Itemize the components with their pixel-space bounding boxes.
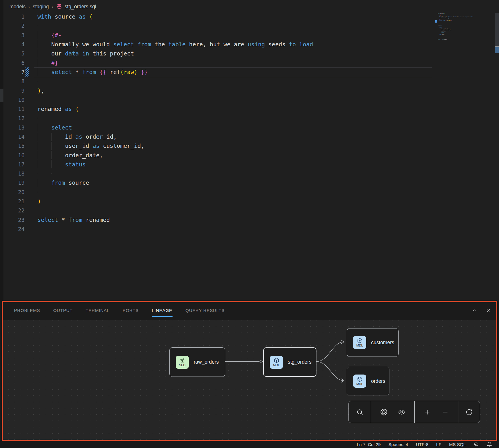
badge-label: MDL: [356, 344, 363, 347]
search-button[interactable]: [355, 407, 365, 417]
seed-badge: SED: [176, 356, 189, 369]
code-line[interactable]: 13 select: [3, 123, 433, 132]
code-line[interactable]: 12: [3, 114, 433, 123]
code-text: from source: [37, 179, 89, 186]
code-line[interactable]: 6 #}: [3, 58, 433, 67]
bell-icon[interactable]: [487, 442, 492, 447]
code-text: {#-: [37, 32, 62, 39]
code-line[interactable]: 20: [3, 188, 433, 197]
tab-problems[interactable]: PROBLEMS: [14, 301, 40, 320]
code-line[interactable]: 3 {#-: [3, 31, 433, 40]
side-handle[interactable]: [0, 89, 3, 102]
code-line[interactable]: 15 user_id as customer_id,: [3, 141, 433, 150]
editor: models › staging › stg_orders.sql 1with …: [3, 0, 499, 301]
lineage-node-customers[interactable]: MDL customers: [347, 328, 399, 357]
code-text: select * from renamed: [37, 216, 110, 223]
zoom-in-button[interactable]: [422, 407, 433, 417]
gutter-spacer: [25, 169, 29, 178]
code-area[interactable]: 1with source as (23 {#-4 Normally we wou…: [3, 12, 433, 234]
code-text: id as order_id,: [37, 133, 117, 140]
code-line[interactable]: 8: [3, 77, 433, 86]
code-line[interactable]: 7 select * from {{ ref(raw) }}: [3, 67, 433, 77]
tab-terminal[interactable]: TERMINAL: [86, 301, 109, 320]
chevron-up-icon[interactable]: [472, 308, 477, 313]
aperture-icon: [380, 409, 387, 416]
code-text: select * from {{ ref(raw) }}: [37, 69, 148, 75]
code-line[interactable]: 14 id as order_id,: [3, 132, 433, 141]
gutter-spacer: [25, 31, 29, 40]
tab-output[interactable]: OUTPUT: [53, 301, 72, 320]
line-number: 14: [3, 134, 25, 140]
code-line[interactable]: 1with source as (: [3, 12, 433, 21]
breadcrumb-item-staging[interactable]: staging: [33, 4, 49, 10]
code-line[interactable]: 2: [3, 21, 433, 30]
gutter-spacer: [25, 123, 29, 132]
gutter-spacer: [25, 178, 29, 187]
minimap[interactable]: with source as ( {#- Normally we would s…: [438, 13, 489, 44]
zoom-out-button[interactable]: [440, 407, 451, 417]
model-icon: [357, 338, 363, 343]
gutter-spacer: [25, 95, 29, 104]
code-line[interactable]: 9),: [3, 86, 433, 95]
line-number: 8: [3, 78, 25, 84]
eol[interactable]: LF: [436, 442, 441, 447]
tab-lineage[interactable]: LINEAGE: [152, 301, 172, 320]
visibility-button[interactable]: [397, 407, 407, 417]
code-line[interactable]: 23select * from renamed: [3, 215, 433, 224]
code-line[interactable]: 5 our data in this project: [3, 49, 433, 58]
indent-guide: [52, 173, 52, 174]
code-line[interactable]: 16 order_date,: [3, 150, 433, 160]
code-line[interactable]: 21): [3, 197, 433, 206]
lineage-node-orders[interactable]: MDL orders: [347, 367, 389, 395]
breadcrumb-item-models[interactable]: models: [9, 4, 25, 10]
line-number: 1: [3, 13, 25, 20]
language-mode[interactable]: MS SQL: [449, 442, 466, 447]
code-line[interactable]: 22: [3, 206, 433, 215]
line-number: 10: [3, 97, 25, 103]
code-text: ): [37, 198, 41, 205]
indent-guide: [38, 31, 38, 39]
gutter-spacer: [25, 49, 29, 58]
indentation[interactable]: Spaces: 4: [388, 442, 408, 447]
lineage-toolbar: [348, 401, 480, 423]
bottom-panel: PROBLEMSOUTPUTTERMINALPORTSLINEAGEQUERY …: [3, 301, 497, 441]
panel-actions: [472, 301, 491, 320]
indent-guide: [52, 142, 52, 150]
gutter-spacer: [25, 12, 29, 21]
aperture-button[interactable]: [379, 407, 389, 417]
indent-guide: [38, 192, 38, 193]
code-line[interactable]: 11renamed as (: [3, 104, 433, 114]
line-number: 16: [3, 152, 25, 158]
indent-guide: [38, 25, 38, 26]
scrollbar[interactable]: [495, 13, 499, 53]
indent-guide: [38, 142, 38, 150]
lineage-node-raw-orders[interactable]: SED raw_orders: [169, 347, 225, 377]
tab-query-results[interactable]: QUERY RESULTS: [185, 301, 225, 320]
indent-guide: [38, 59, 38, 67]
cursor-position[interactable]: Ln 7, Col 29: [357, 442, 381, 447]
tab-ports[interactable]: PORTS: [122, 301, 138, 320]
copilot-icon[interactable]: [474, 442, 479, 447]
line-number: 19: [3, 180, 25, 186]
code-line[interactable]: 18: [3, 169, 433, 178]
encoding[interactable]: UTF-8: [416, 442, 428, 447]
close-icon[interactable]: [486, 308, 491, 313]
code-text: select: [37, 124, 72, 131]
code-line[interactable]: 19 from source: [3, 178, 433, 187]
code-line[interactable]: 10: [3, 95, 433, 104]
indent-guide: [38, 118, 38, 119]
code-line[interactable]: 24: [3, 224, 433, 234]
code-text: renamed as (: [37, 105, 79, 112]
line-number: 4: [3, 41, 25, 47]
code-text: #}: [37, 59, 58, 66]
activity-strip: [0, 0, 3, 301]
breadcrumb-file[interactable]: stg_orders.sql: [56, 3, 96, 10]
indent-guide: [38, 173, 38, 174]
refresh-icon: [466, 409, 473, 416]
indent-guide: [38, 160, 38, 168]
code-line[interactable]: 4 Normally we would select from the tabl…: [3, 40, 433, 49]
code-line[interactable]: 17 status: [3, 160, 433, 169]
gutter-spacer: [25, 77, 29, 86]
refresh-button[interactable]: [464, 407, 474, 417]
lineage-node-stg-orders[interactable]: MDL stg_orders: [263, 347, 316, 377]
